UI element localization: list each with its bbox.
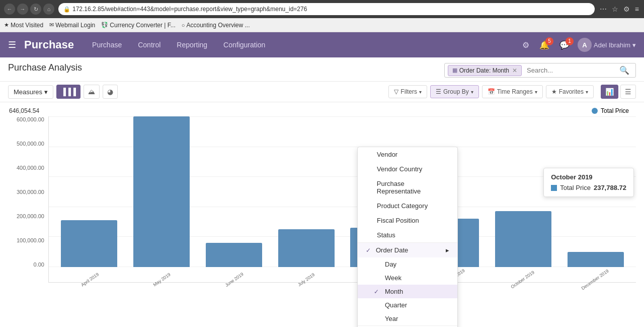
pie-chart-button[interactable]: ◕ (103, 85, 118, 99)
y-label-2: 200,000.00 (17, 213, 44, 219)
view-toggle: 📊 ☰ (601, 85, 636, 99)
user-name: Adel Ibrahim (594, 41, 630, 49)
browser-actions: ⋯ ☆ ⚙ ≡ (599, 4, 640, 14)
favorites-label: Favorites (559, 88, 584, 95)
dropdown-sub-day[interactable]: Day (358, 257, 457, 271)
chevron-down-icon: ▾ (586, 89, 588, 95)
nav-reporting[interactable]: Reporting (169, 34, 215, 56)
back-button[interactable]: ← (4, 4, 15, 15)
bookmark-webmail[interactable]: ✉ Webmail Login (49, 22, 95, 29)
app-header: ☰ Purchase Purchase Control Reporting Co… (0, 32, 644, 57)
check-icon (366, 151, 373, 158)
currency-icon: 💱 (101, 22, 108, 28)
dropdown-order-date[interactable]: ✓ Order Date ▸ (358, 242, 457, 257)
graph-view-button[interactable]: 📊 (601, 85, 618, 99)
chart-legend: Total Price (592, 107, 629, 114)
check-icon: ✓ (374, 288, 381, 295)
calendar-icon: ▦ (452, 67, 457, 74)
dropdown-label: Week (385, 274, 401, 282)
toolbar-left: Measures ▾ ▐▐▐ ⛰ ◕ (8, 85, 118, 99)
bookmark-accounting[interactable]: ○ Accounting Overview ... (182, 22, 250, 29)
toolbar-right: ▽ Filters ▾ ☰ Group By ▾ 📅 Time Ranges ▾… (388, 85, 636, 99)
group-by-button[interactable]: ☰ Group By ▾ (430, 85, 479, 98)
calendar-icon: 📅 (488, 88, 495, 95)
measures-label: Measures (14, 88, 42, 96)
dropdown-item-vendor[interactable]: Vendor (358, 147, 457, 162)
search-tag-close[interactable]: ✕ (512, 67, 517, 74)
group-by-dropdown: Vendor Vendor Country Purchase Represent… (357, 147, 458, 327)
messages-badge: 1 (566, 37, 574, 45)
filters-label: Filters (400, 88, 417, 95)
menu-button[interactable]: ≡ (634, 4, 640, 14)
bar-chart-button[interactable]: ▐▐▐ (56, 85, 80, 99)
notifications-button[interactable]: 🔔 5 (537, 38, 551, 52)
bar-group (271, 116, 342, 267)
filter-icon: ▽ (394, 88, 398, 95)
group-icon: ☰ (436, 88, 441, 95)
search-tag: ▦ Order Date: Month ✕ (448, 65, 522, 76)
dropdown-sub-quarter[interactable]: Quarter (358, 298, 457, 312)
app-title[interactable]: Purchase (24, 38, 74, 51)
line-chart-button[interactable]: ⛰ (84, 85, 100, 99)
pie-chart-icon: ◕ (107, 88, 113, 96)
bookmark-most-visited[interactable]: ★ Most Visited (4, 22, 43, 29)
search-input[interactable] (525, 66, 613, 75)
lock-icon: 🔒 (63, 6, 70, 13)
favorites-button[interactable]: ★ Favorites ▾ (546, 85, 594, 98)
dropdown-item-fiscal-position[interactable]: Fiscal Position (358, 213, 457, 228)
time-ranges-label: Time Ranges (497, 88, 533, 95)
dropdown-sub-week[interactable]: Week (358, 271, 457, 285)
chart-bar[interactable] (61, 220, 117, 267)
more-button[interactable]: ⋯ (599, 4, 608, 14)
dropdown-sub-month[interactable]: ✓ Month (358, 285, 457, 298)
chevron-down-icon: ▾ (419, 89, 422, 95)
app-menu-button[interactable]: ☰ (8, 37, 20, 52)
messages-button[interactable]: 💬 1 (557, 38, 572, 52)
search-button[interactable]: 🔍 (616, 64, 632, 76)
measures-button[interactable]: Measures ▾ (8, 85, 53, 99)
dropdown-item-product-category[interactable]: Product Category (358, 199, 457, 213)
page-content: Purchase Analysis ▦ Order Date: Month ✕ … (0, 57, 644, 327)
filters-button[interactable]: ▽ Filters ▾ (388, 85, 427, 98)
bar-group (560, 116, 631, 267)
nav-purchase[interactable]: Purchase (84, 34, 130, 56)
settings-button[interactable]: ⚙ (520, 38, 531, 52)
chart-bar[interactable] (133, 116, 190, 267)
dropdown-sub-year[interactable]: Year (358, 312, 457, 325)
expand-arrow-icon: ▸ (446, 246, 449, 254)
settings-icon: ⚙ (522, 41, 529, 49)
chevron-down-icon: ▾ (535, 89, 537, 95)
bar-group (54, 116, 124, 267)
nav-configuration[interactable]: Configuration (215, 34, 273, 56)
extensions-button[interactable]: ⚙ (622, 4, 631, 14)
page-title: Purchase Analysis (8, 62, 82, 73)
chart-area: Total Price 646,054.54 600,000.00 500,00… (0, 102, 644, 302)
legend-label: Total Price (601, 107, 629, 114)
dropdown-item-vendor-country[interactable]: Vendor Country (358, 162, 457, 176)
dropdown-label: Fiscal Position (377, 217, 419, 224)
dropdown-label: Month (385, 288, 403, 295)
search-tag-label: Order Date: Month (459, 67, 509, 74)
list-view-button[interactable]: ☰ (620, 85, 636, 99)
bookmark-button[interactable]: ☆ (611, 4, 619, 14)
home-button[interactable]: ⌂ (43, 4, 54, 15)
bookmark-label: Most Visited (11, 22, 43, 29)
bar-chart-icon: ▐▐▐ (61, 88, 76, 96)
y-label-4: 400,000.00 (17, 165, 44, 171)
graph-icon: 📊 (605, 88, 614, 96)
chart-bar[interactable] (278, 229, 335, 267)
dropdown-item-status[interactable]: Status (358, 228, 457, 242)
user-menu[interactable]: A Adel Ibrahim ▾ (578, 38, 636, 52)
bookmark-currency[interactable]: 💱 Currency Converter | F... (101, 22, 176, 29)
time-ranges-button[interactable]: 📅 Time Ranges ▾ (482, 85, 543, 98)
y-label-0: 0.00 (34, 261, 44, 268)
chevron-down-icon: ▾ (471, 89, 473, 95)
forward-button[interactable]: → (17, 4, 28, 15)
chart-bar[interactable] (495, 211, 551, 267)
address-bar[interactable]: 🔒 172.16.2.85/web#action=443&model=purch… (58, 3, 595, 15)
bookmark-label: Accounting Overview ... (186, 22, 250, 29)
nav-control[interactable]: Control (130, 34, 169, 56)
circle-icon: ○ (182, 22, 185, 28)
dropdown-item-purchase-rep[interactable]: Purchase Representative (358, 176, 457, 199)
refresh-button[interactable]: ↻ (30, 4, 41, 15)
